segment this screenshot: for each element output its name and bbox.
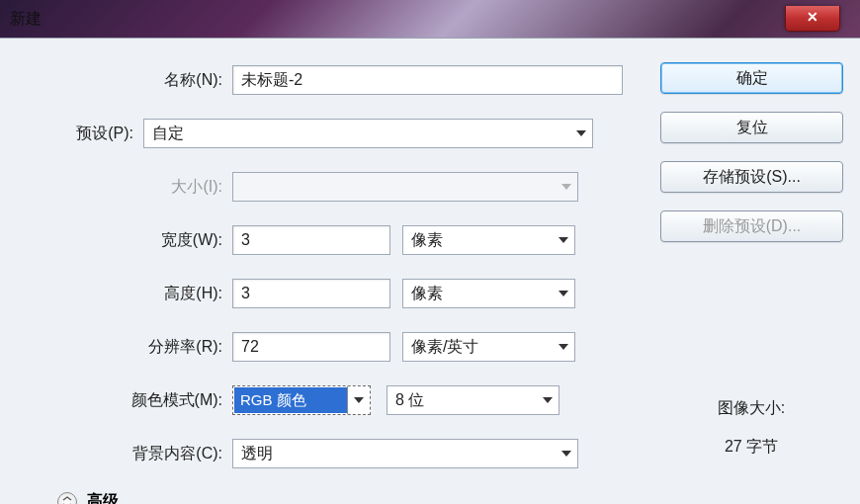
resolution-row: 分辨率(R): 72 像素/英寸 xyxy=(20,331,643,363)
delete-preset-button: 删除预设(D)... xyxy=(660,210,843,242)
colormode-label: 颜色模式(M): xyxy=(20,390,232,411)
chevron-down-icon xyxy=(576,130,586,136)
background-row: 背景内容(C): 透明 xyxy=(20,438,643,469)
height-unit-select[interactable]: 像素 xyxy=(402,279,575,308)
width-row: 宽度(W): 3 像素 xyxy=(20,224,643,256)
image-size-label: 图像大小: xyxy=(660,398,842,419)
bit-select[interactable]: 8 位 xyxy=(387,385,559,415)
size-label: 大小(I): xyxy=(20,177,232,198)
close-icon: ✕ xyxy=(807,9,818,25)
advanced-row[interactable]: ˇˆ 高级 xyxy=(57,491,643,504)
reset-button[interactable]: 复位 xyxy=(660,112,843,143)
ok-button[interactable]: 确定 xyxy=(660,62,843,94)
advanced-toggle-icon xyxy=(57,492,77,505)
height-row: 高度(H): 3 像素 xyxy=(20,278,643,309)
close-button[interactable]: ✕ xyxy=(785,6,840,32)
background-select[interactable]: 透明 xyxy=(232,439,578,468)
chevron-down-icon xyxy=(543,397,553,403)
dialog-body: 名称(N): 未标题-2 预设(P): 自定 大小(I): xyxy=(0,38,860,504)
colormode-select[interactable]: RGB 颜色 xyxy=(232,385,371,415)
form-area: 名称(N): 未标题-2 预设(P): 自定 大小(I): xyxy=(0,39,652,504)
width-unit-select[interactable]: 像素 xyxy=(402,225,575,255)
background-label: 背景内容(C): xyxy=(20,444,232,464)
advanced-label: 高级 xyxy=(87,491,119,504)
preset-row: 预设(P): 自定 xyxy=(0,118,643,149)
width-input[interactable]: 3 xyxy=(232,225,390,255)
resolution-unit-select[interactable]: 像素/英寸 xyxy=(402,332,575,362)
size-select xyxy=(232,172,578,202)
chevron-down-icon xyxy=(559,237,568,243)
button-column: 确定 复位 存储预设(S)... 删除预设(D)... 图像大小: 27 字节 xyxy=(652,39,860,504)
save-preset-button[interactable]: 存储预设(S)... xyxy=(660,161,843,193)
window-title: 新建 xyxy=(10,9,42,30)
preset-label: 预设(P): xyxy=(0,124,143,144)
chevron-down-icon xyxy=(559,291,568,296)
width-label: 宽度(W): xyxy=(20,230,232,251)
preset-select[interactable]: 自定 xyxy=(143,119,593,148)
resolution-label: 分辨率(R): xyxy=(20,337,232,358)
colormode-row: 颜色模式(M): RGB 颜色 8 位 xyxy=(20,384,643,416)
title-bar: 新建 ✕ xyxy=(0,0,860,38)
chevron-down-icon xyxy=(559,344,568,350)
name-row: 名称(N): 未标题-2 xyxy=(20,64,643,96)
resolution-input[interactable]: 72 xyxy=(232,332,390,362)
image-size-value: 27 字节 xyxy=(660,437,842,458)
chevron-down-icon xyxy=(354,397,364,403)
name-label: 名称(N): xyxy=(20,70,232,91)
size-row: 大小(I): xyxy=(20,171,643,203)
height-input[interactable]: 3 xyxy=(232,279,390,308)
chevron-down-icon xyxy=(561,184,571,190)
chevron-down-icon xyxy=(561,451,571,457)
name-input[interactable]: 未标题-2 xyxy=(232,65,623,95)
image-size-info: 图像大小: 27 字节 xyxy=(660,398,842,458)
height-label: 高度(H): xyxy=(20,284,232,304)
